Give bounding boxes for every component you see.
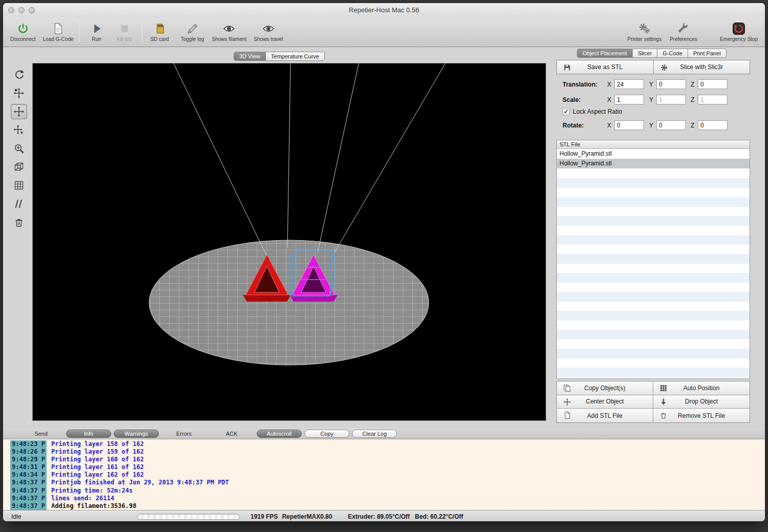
remove-file-icon: [659, 411, 668, 419]
printer-state: Idle: [11, 513, 21, 520]
auto-position-button[interactable]: Auto Position: [653, 381, 750, 395]
ack-toggle[interactable]: ACK: [209, 430, 254, 438]
3d-viewport[interactable]: [32, 63, 546, 421]
log-line: 9:48:37 PAdding filament:3536.98: [10, 502, 765, 510]
rotate-z-field[interactable]: [698, 120, 728, 130]
pan-view-button[interactable]: [11, 86, 27, 101]
object-actions: Copy Object(s) Auto Position: [556, 381, 750, 423]
info-toggle[interactable]: Info: [66, 430, 111, 438]
progress-bar: [137, 514, 240, 520]
stl-list-header[interactable]: STL File: [557, 140, 750, 149]
toolbar-separator: [79, 22, 79, 43]
auto-position-icon: [659, 384, 668, 392]
delete-object-button[interactable]: [11, 215, 27, 230]
rotate-row: Rotate: X Y Z: [556, 120, 750, 131]
toggle-log-button[interactable]: Toggle log: [180, 22, 205, 42]
preferences-button[interactable]: Preferences: [670, 22, 697, 42]
isometric-view-button[interactable]: [11, 159, 27, 175]
stl-list-item[interactable]: Hollow_Pyramid.stl: [557, 149, 750, 159]
copy-objects-button[interactable]: Copy Object(s): [557, 381, 653, 395]
move-viewpoint-icon: [13, 124, 25, 136]
stl-list-item-selected[interactable]: Hollow_Pyramid.stl: [557, 159, 750, 168]
log-line: 9:48:34 PPrinting layer 162 of 162: [10, 471, 765, 479]
load-gcode-button[interactable]: Load G-Code: [43, 22, 73, 42]
move-object-icon: [13, 106, 25, 117]
stop-icon: [118, 22, 131, 35]
scale-y-field[interactable]: [656, 95, 686, 104]
zoom-icon: [13, 143, 25, 154]
rotate-y-field[interactable]: [656, 120, 686, 130]
sd-card-button[interactable]: SD card: [148, 22, 172, 42]
autoscroll-toggle[interactable]: Autoscroll: [257, 430, 302, 438]
travel-eye-icon: [262, 22, 275, 35]
errors-toggle[interactable]: Errors: [161, 430, 206, 438]
move-viewpoint-button[interactable]: [11, 122, 27, 138]
lock-aspect-label: Lock Aspect Ratio: [573, 108, 622, 115]
fps-readout: 1919 FPSRepetierMAX0.80: [251, 513, 332, 520]
tab-object-placement[interactable]: Object Placement: [577, 49, 633, 58]
viewport-toolbar: [11, 67, 27, 230]
disconnect-button[interactable]: Disconnect: [10, 22, 35, 42]
drop-object-button[interactable]: Drop Object: [653, 395, 750, 409]
clear-log-button[interactable]: Clear Log: [352, 430, 397, 438]
parallel-projection-button[interactable]: [11, 196, 27, 211]
scale-x-field[interactable]: [614, 95, 644, 104]
zoom-view-button[interactable]: [11, 141, 27, 156]
tab-print-panel[interactable]: Print Panel: [688, 49, 727, 58]
parallel-projection-icon: [13, 198, 25, 209]
document-icon: [51, 22, 65, 35]
tab-3d-view[interactable]: 3D View: [234, 52, 266, 61]
center-object-icon: [563, 398, 571, 406]
tab-temperature-curve[interactable]: Temperature Curve: [266, 52, 325, 61]
add-stl-file-button[interactable]: Add STL File: [557, 409, 653, 422]
send-toggle[interactable]: Send: [18, 430, 64, 438]
lock-aspect-checkbox[interactable]: ✓: [563, 108, 570, 115]
cube-icon: [13, 161, 25, 173]
printer-settings-button[interactable]: Printer settings: [627, 22, 661, 42]
scale-z-field[interactable]: [698, 95, 728, 104]
power-icon: [16, 22, 30, 35]
save-as-stl-button[interactable]: Save as STL: [556, 60, 654, 74]
extruder-temp: Extruder: 89.05°C/Off: [348, 513, 410, 520]
sd-card-icon: [153, 22, 167, 35]
scale-label: Scale:: [563, 96, 580, 103]
log-line: 9:48:26 PPrinting layer 159 of 162: [10, 448, 765, 456]
translation-y-field[interactable]: [656, 79, 686, 89]
log-line: 9:48:37 PPrintjob finished at Jun 29, 20…: [10, 479, 765, 486]
object-panel: Object Placement Slicer G-Code Print Pan…: [556, 48, 750, 428]
scale-row: Scale: X Y Z: [556, 95, 750, 105]
filament-eye-icon: [222, 22, 236, 35]
rotate-view-icon: [13, 69, 25, 80]
printbed-scene: [33, 63, 546, 420]
shows-filament-button[interactable]: Shows filament: [212, 22, 247, 42]
main-area: 3D View Temperature Curve: [3, 48, 765, 428]
bed-temp: Bed: 60.22°C/Off: [415, 513, 463, 520]
log-output[interactable]: 9:48:23 PPrinting layer 158 of 162 9:48:…: [3, 439, 765, 510]
copy-log-button[interactable]: Copy: [304, 430, 349, 438]
titlebar[interactable]: Repetier-Host Mac 0.56: [3, 3, 765, 17]
panel-tab-bar: Object Placement Slicer G-Code Print Pan…: [577, 49, 727, 58]
shows-travel-button[interactable]: Shows travel: [254, 22, 283, 42]
emergency-stop-button[interactable]: Emergency Stop: [720, 22, 758, 42]
translation-x-field[interactable]: [614, 79, 644, 89]
run-button[interactable]: Run: [85, 22, 109, 42]
app-window: Repetier-Host Mac 0.56 Disconnect Load G…: [3, 3, 765, 522]
kill-job-button[interactable]: Kill job: [112, 22, 137, 42]
lock-aspect-row: ✓ Lock Aspect Ratio: [563, 108, 622, 115]
emergency-stop-icon: [732, 22, 745, 35]
main-toolbar: Disconnect Load G-Code Run Kill job: [3, 17, 765, 47]
tab-gcode[interactable]: G-Code: [657, 49, 688, 58]
translation-z-field[interactable]: [698, 79, 728, 89]
warnings-toggle[interactable]: Warnings: [114, 430, 159, 438]
move-object-button[interactable]: [11, 104, 27, 119]
slice-with-slic3r-button[interactable]: Slice with Slic3r: [654, 60, 751, 74]
tab-slicer[interactable]: Slicer: [633, 49, 658, 58]
save-icon: [563, 63, 571, 72]
gear-icon: [660, 63, 668, 72]
rotate-x-field[interactable]: [614, 120, 644, 130]
center-object-button[interactable]: Center Object: [557, 395, 653, 409]
fit-printbed-button[interactable]: [11, 178, 27, 193]
remove-stl-file-button[interactable]: Remove STL File: [653, 409, 750, 422]
rotate-view-button[interactable]: [11, 67, 27, 82]
gears-icon: [638, 22, 651, 35]
